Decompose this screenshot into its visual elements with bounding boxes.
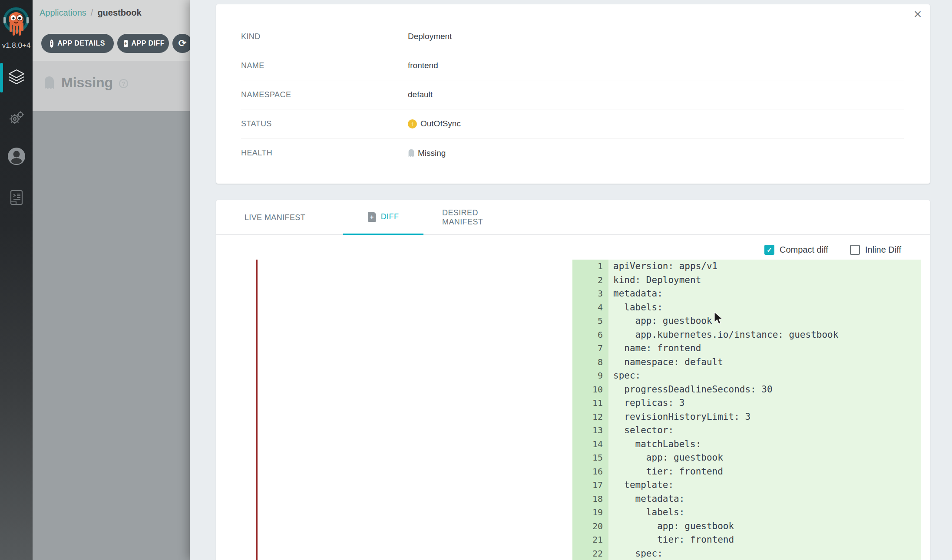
diff-line-code: app: guestbook (608, 314, 921, 328)
diff-line-code: metadata: (608, 287, 921, 301)
app-details-button[interactable]: i APP DETAILS (41, 34, 114, 53)
page-content-dimmed (33, 111, 190, 560)
diff-line-code: name: frontend (608, 342, 921, 356)
summary-value-text: default (408, 90, 433, 99)
user-icon (7, 147, 26, 165)
diff-line-code: spec: (608, 547, 921, 560)
diff-line-code: app: guestbook (608, 520, 921, 534)
diff-line: 10 progressDeadlineSeconds: 30 (572, 383, 921, 397)
diff-line-number: 9 (572, 369, 608, 383)
diff-line: 4 labels: (572, 301, 921, 315)
diff-line-code: spec: (608, 369, 921, 383)
checkbox-checked-icon[interactable]: ✓ (764, 245, 774, 255)
diff-line-code: replicas: 3 (608, 396, 921, 410)
diff-line-code: tier: frontend (608, 533, 921, 547)
diff-line-number: 15 (572, 451, 608, 465)
summary-value: frontend (408, 61, 438, 70)
diff-line-code: labels: (608, 506, 921, 520)
diff-line: 22 spec: (572, 547, 921, 560)
diff-line: 13 selector: (572, 424, 921, 438)
summary-value: ↑OutOfSync (408, 119, 461, 128)
diff-line-number: 13 (572, 424, 608, 438)
diff-line-code: matchLabels: (608, 438, 921, 451)
summary-value-text: OutOfSync (420, 119, 461, 128)
diff-line-code: app: guestbook (608, 451, 921, 465)
ghost-icon (43, 76, 55, 89)
info-circle-icon: i (50, 40, 53, 48)
sidebar-item-documentation[interactable] (7, 188, 26, 207)
diff-line-code: revisionHistoryLimit: 3 (608, 410, 921, 424)
diff-line-number: 1 (572, 260, 608, 273)
diff-line: 11 replicas: 3 (572, 396, 921, 410)
breadcrumb-applications-link[interactable]: Applications (40, 8, 86, 17)
diff-line: 19 labels: (572, 506, 921, 520)
diff-line-number: 8 (572, 356, 608, 369)
manifest-tabbar: LIVE MANIFEST+DIFFDESIRED MANIFEST (216, 200, 930, 235)
diff-line-number: 21 (572, 533, 608, 547)
sidebar-item-settings[interactable] (7, 109, 26, 127)
summary-label: HEALTH (241, 148, 408, 158)
summary-label: KIND (241, 32, 408, 41)
help-icon[interactable]: ? (119, 79, 128, 88)
diff-line-number: 4 (572, 301, 608, 315)
checkbox-unchecked-icon[interactable] (850, 245, 860, 255)
tab-label: DIFF (381, 212, 399, 221)
file-plus-icon: + (368, 212, 376, 222)
diff-line: 2kind: Deployment (572, 273, 921, 287)
diff-line-number: 6 (572, 328, 608, 342)
summary-value: default (408, 90, 433, 99)
diff-line-number: 10 (572, 383, 608, 397)
sidebar-item-applications[interactable] (7, 68, 26, 86)
summary-value-text: Deployment (408, 32, 452, 41)
summary-label: NAMESPACE (241, 90, 408, 99)
diff-line-number: 18 (572, 492, 608, 506)
diff-line-number: 2 (572, 273, 608, 287)
app-diff-label: APP DIFF (132, 40, 165, 47)
app-details-label: APP DETAILS (57, 40, 105, 47)
diff-pane-live-empty (256, 260, 572, 560)
file-icon: + (124, 40, 128, 47)
top-bar: Applications/guestbook i APP DETAILS + A… (33, 0, 190, 61)
diff-pane-added: 1apiVersion: apps/v12kind: Deployment3me… (572, 260, 921, 560)
diff-line: 8 namespace: default (572, 356, 921, 369)
diff-options: ✓Compact diffInline Diff (216, 245, 930, 258)
diff-line-code: tier: frontend (608, 465, 921, 479)
diff-line-code: progressDeadlineSeconds: 30 (608, 383, 921, 397)
option-compact-diff[interactable]: ✓Compact diff (764, 245, 828, 255)
summary-value-text: frontend (408, 61, 438, 70)
argocd-app-screen: v1.8.0+4 (0, 0, 952, 560)
application-page-dimmed: Applications/guestbook i APP DETAILS + A… (33, 0, 190, 560)
diff-line: 12 revisionHistoryLimit: 3 (572, 410, 921, 424)
app-diff-button[interactable]: + APP DIFF (117, 34, 169, 53)
diff-line-code: template: (608, 478, 921, 492)
summary-label: STATUS (241, 119, 408, 128)
diff-view: 1apiVersion: apps/v12kind: Deployment3me… (256, 260, 921, 560)
manifest-card: LIVE MANIFEST+DIFFDESIRED MANIFEST ✓Comp… (216, 200, 930, 560)
sidebar: v1.8.0+4 (0, 0, 33, 560)
diff-line: 9spec: (572, 369, 921, 383)
refresh-icon: ⟳ (178, 38, 186, 49)
summary-row-name: NAMEfrontend (241, 51, 904, 80)
layers-icon (8, 69, 25, 86)
diff-line: 6 app.kubernetes.io/instance: guestbook (572, 328, 921, 342)
diff-line-number: 14 (572, 438, 608, 451)
resource-summary-card: × KINDDeploymentNAMEfrontendNAMESPACEdef… (216, 4, 930, 184)
summary-value: Missing (408, 148, 446, 158)
argo-logo-icon (2, 3, 30, 38)
tab-desired-manifest[interactable]: DESIRED MANIFEST (442, 200, 520, 235)
option-inline-diff[interactable]: Inline Diff (850, 245, 901, 255)
sidebar-item-user-info[interactable] (7, 147, 26, 165)
diff-line-code: kind: Deployment (608, 273, 921, 287)
summary-value-text: Missing (418, 148, 446, 158)
ghost-icon (408, 149, 415, 157)
diff-line: 5 app: guestbook (572, 314, 921, 328)
app-health-status: Missing (61, 75, 113, 91)
argo-octopus-logo[interactable] (2, 3, 30, 38)
diff-line: 16 tier: frontend (572, 465, 921, 479)
diff-line: 21 tier: frontend (572, 533, 921, 547)
tab-diff[interactable]: +DIFF (343, 200, 423, 235)
tab-live-manifest[interactable]: LIVE MANIFEST (234, 200, 316, 235)
diff-line-code: namespace: default (608, 356, 921, 369)
close-icon[interactable]: × (910, 6, 926, 22)
breadcrumb-current-app: guestbook (97, 8, 141, 17)
